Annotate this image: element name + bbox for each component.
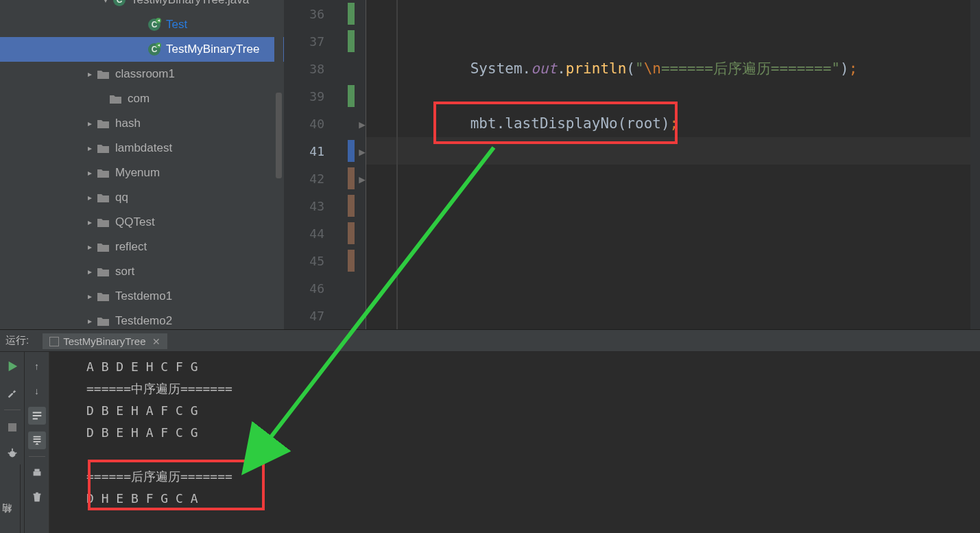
gutter-line-40[interactable]: 40▶ <box>284 110 366 137</box>
folder-icon <box>96 141 111 156</box>
java-file-icon <box>112 0 127 8</box>
chevron-right-icon[interactable] <box>84 168 96 178</box>
close-icon[interactable]: ✕ <box>152 336 160 347</box>
folder-icon <box>108 91 123 106</box>
tree-item-label: hash <box>115 117 141 130</box>
code-line-43[interactable] <box>366 192 980 220</box>
svg-line-4 <box>8 453 10 453</box>
vcs-marker <box>348 140 355 162</box>
folder-icon <box>96 165 111 180</box>
tree-item-sort[interactable]: sort <box>0 259 284 284</box>
structure-tool-button[interactable]: 结构 <box>0 464 21 533</box>
class-icon <box>147 17 162 32</box>
vcs-marker <box>348 167 355 189</box>
rerun-button[interactable] <box>3 357 21 375</box>
run-toolbar-secondary: ↑ ↓ <box>25 352 49 533</box>
tree-item-testdemo1[interactable]: Testdemo1 <box>0 284 284 309</box>
tree-item-testmybinarytree[interactable]: TestMyBinaryTree <box>0 37 284 62</box>
gutter-line-39[interactable]: 39 <box>284 82 366 110</box>
stop-button[interactable] <box>3 418 21 436</box>
run-config-icon <box>49 337 59 346</box>
gutter-line-36[interactable]: 36 <box>284 0 366 27</box>
run-gutter-icon[interactable]: ▶ <box>359 118 366 131</box>
gutter-line-41[interactable]: 41▶ <box>284 137 366 165</box>
print-icon[interactable] <box>28 464 46 482</box>
project-tree-panel: TestMyBinaryTree.javaTestTestMyBinaryTre… <box>0 0 284 329</box>
code-line-40[interactable]: mbt.lastDisplayNo(root); <box>366 110 980 137</box>
gutter-line-38[interactable]: 38 <box>284 55 366 82</box>
code-line-42[interactable] <box>366 165 980 192</box>
vcs-marker <box>348 30 355 52</box>
svg-rect-9 <box>34 469 39 472</box>
run-tab[interactable]: TestMyBinaryTree ✕ <box>43 332 167 349</box>
run-header: 运行: TestMyBinaryTree ✕ <box>0 330 980 352</box>
wrench-icon[interactable] <box>3 383 21 401</box>
gutter-line-46[interactable]: 46 <box>284 274 366 302</box>
code-line-36[interactable] <box>366 0 980 27</box>
chevron-right-icon[interactable] <box>84 193 96 202</box>
chevron-right-icon[interactable] <box>84 292 96 301</box>
chevron-right-icon[interactable] <box>84 267 96 276</box>
vcs-marker <box>348 222 355 244</box>
chevron-right-icon[interactable] <box>84 316 96 326</box>
code-editor[interactable]: System.out.println("\n======后序遍历======="… <box>366 0 980 329</box>
tree-item-label: qq <box>115 191 128 204</box>
scroll-to-end-icon[interactable] <box>28 431 46 449</box>
gutter-line-37[interactable]: 37 <box>284 27 366 55</box>
tree-item-label: com <box>128 92 150 106</box>
chevron-right-icon[interactable] <box>84 119 96 128</box>
tree-item-testmybinarytree-java[interactable]: TestMyBinaryTree.java <box>0 0 284 12</box>
tree-item-com[interactable]: com <box>0 86 284 111</box>
tree-scrollbar[interactable] <box>274 0 283 329</box>
indent-guide <box>396 0 398 329</box>
run-tool-window: 运行: TestMyBinaryTree ✕ <box>0 329 980 533</box>
gutter-line-47[interactable]: 47 <box>284 302 366 329</box>
tree-item-myenum[interactable]: Myenum <box>0 161 284 185</box>
console-output[interactable]: A B D E H C F G ======中序遍历======= D B E … <box>55 352 980 533</box>
code-line-37[interactable] <box>366 27 980 55</box>
scrollbar-thumb[interactable] <box>276 93 282 178</box>
folder-icon <box>96 190 111 205</box>
vcs-marker <box>348 250 355 272</box>
folder-icon <box>96 313 111 329</box>
tree-item-reflect[interactable]: reflect <box>0 235 284 259</box>
folder-icon <box>96 264 111 279</box>
trash-icon[interactable] <box>28 488 46 506</box>
run-gutter-icon[interactable]: ▶ <box>359 145 366 158</box>
tree-item-label: reflect <box>115 240 147 254</box>
tree-item-label: Myenum <box>115 166 160 180</box>
chevron-down-icon[interactable] <box>99 0 112 5</box>
code-line-44[interactable] <box>366 220 980 247</box>
chevron-right-icon[interactable] <box>84 217 96 227</box>
chevron-right-icon[interactable] <box>84 143 96 153</box>
debug-bug-icon[interactable] <box>3 445 21 462</box>
editor-error-stripe <box>970 0 980 329</box>
tree-item-label: sort <box>115 265 134 279</box>
tree-item-test[interactable]: Test <box>0 12 284 37</box>
svg-rect-8 <box>33 471 40 475</box>
gutter-line-44[interactable]: 44 <box>284 220 366 247</box>
scroll-down-icon[interactable]: ↓ <box>28 382 46 400</box>
code-line-39[interactable] <box>366 82 980 110</box>
code-line-38[interactable]: System.out.println("\n======后序遍历======="… <box>366 55 980 82</box>
tree-item-qqtest[interactable]: QQTest <box>0 210 284 235</box>
code-line-41[interactable] <box>366 137 980 165</box>
soft-wrap-icon[interactable] <box>28 407 46 425</box>
gutter-line-42[interactable]: 42▶ <box>284 165 366 192</box>
vcs-marker <box>348 195 355 217</box>
tree-item-hash[interactable]: hash <box>0 111 284 136</box>
tree-item-label: TestMyBinaryTree <box>166 43 259 56</box>
chevron-right-icon[interactable] <box>84 242 96 252</box>
tree-item-qq[interactable]: qq <box>0 185 284 210</box>
svg-point-2 <box>9 451 15 457</box>
scroll-up-icon[interactable]: ↑ <box>28 357 46 375</box>
run-gutter-icon[interactable]: ▶ <box>359 173 366 186</box>
chevron-right-icon[interactable] <box>84 69 96 79</box>
code-line-46[interactable] <box>366 274 980 302</box>
tree-item-lambdatest[interactable]: lambdatest <box>0 136 284 161</box>
code-line-45[interactable] <box>366 247 980 274</box>
tree-item-testdemo2[interactable]: Testdemo2 <box>0 309 284 329</box>
gutter-line-43[interactable]: 43 <box>284 192 366 220</box>
gutter-line-45[interactable]: 45 <box>284 247 366 274</box>
tree-item-classroom1[interactable]: classroom1 <box>0 62 284 86</box>
